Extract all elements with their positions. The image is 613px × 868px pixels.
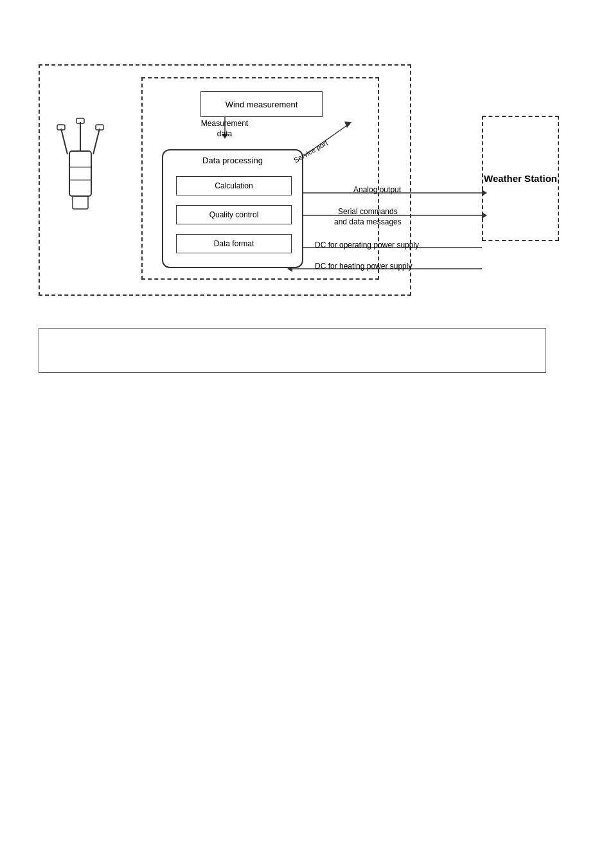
serial-commands-label: Serial commandsand data messages bbox=[334, 207, 402, 227]
calculation-box: Calculation bbox=[176, 176, 292, 195]
caption-box bbox=[39, 328, 546, 373]
weather-station-label: Weather Station bbox=[484, 172, 557, 185]
dc-operating-label: DC for operating power supply bbox=[315, 240, 419, 249]
sensor-illustration bbox=[48, 116, 112, 219]
wind-measurement-label: Wind measurement bbox=[226, 100, 298, 109]
measurement-data-label: Measurement data bbox=[197, 119, 252, 139]
svg-rect-19 bbox=[69, 151, 91, 196]
quality-control-label: Quality control bbox=[209, 210, 259, 219]
weather-station-box: Weather Station bbox=[482, 116, 559, 241]
data-processing-box: Data processing Calculation Quality cont… bbox=[162, 149, 303, 268]
analog-output-label: Analog output bbox=[353, 185, 401, 194]
dc-heating-label: DC for heating power supply bbox=[315, 262, 412, 271]
svg-line-15 bbox=[93, 129, 100, 154]
data-processing-label: Data processing bbox=[163, 156, 302, 165]
diagram-area: Wind measurement Measurement data Data p… bbox=[39, 64, 572, 302]
quality-control-box: Quality control bbox=[176, 205, 292, 224]
calculation-label: Calculation bbox=[215, 181, 253, 190]
svg-rect-20 bbox=[73, 196, 88, 209]
data-format-box: Data format bbox=[176, 234, 292, 253]
data-format-label: Data format bbox=[214, 239, 254, 248]
wind-measurement-box: Wind measurement bbox=[200, 91, 323, 117]
svg-line-13 bbox=[61, 129, 67, 154]
